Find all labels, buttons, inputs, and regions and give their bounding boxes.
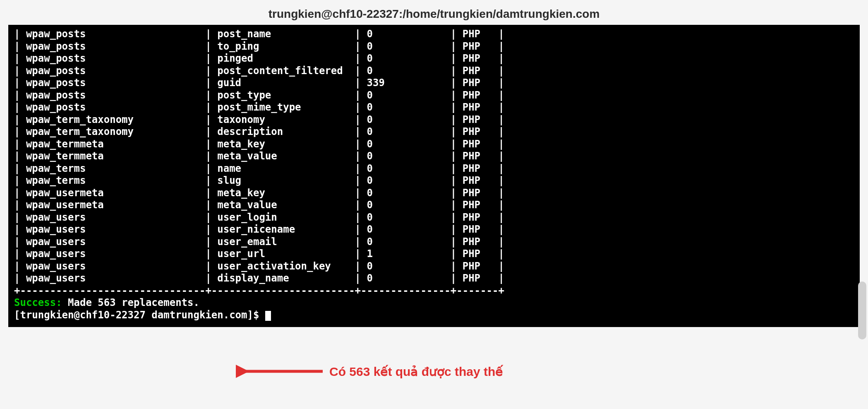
table-row: | wpaw_users | user_url | 1 | PHP | [14,248,854,260]
table-row: | wpaw_termmeta | meta_value | 0 | PHP | [14,150,854,163]
table-row: | wpaw_term_taxonomy | taxonomy | 0 | PH… [14,114,854,126]
table-row: | wpaw_users | user_nicename | 0 | PHP | [14,224,854,236]
cursor-icon [265,311,271,321]
table-row: | wpaw_term_taxonomy | description | 0 |… [14,126,854,138]
table-row: | wpaw_posts | to_ping | 0 | PHP | [14,41,854,53]
table-row: | wpaw_posts | pinged | 0 | PHP | [14,53,854,65]
table-row: | wpaw_terms | name | 0 | PHP | [14,163,854,175]
success-message: Made 563 replacements. [62,297,199,308]
table-row: | wpaw_terms | slug | 0 | PHP | [14,175,854,187]
table-row: | wpaw_users | user_activation_key | 0 |… [14,260,854,273]
table-row: | wpaw_termmeta | meta_key | 0 | PHP | [14,138,854,151]
table-row: | wpaw_posts | post_content_filtered | 0… [14,65,854,77]
table-bottom-border: +-------------------------------+-------… [14,285,854,297]
table-row: | wpaw_users | user_login | 0 | PHP | [14,212,854,224]
table-row: | wpaw_posts | post_name | 0 | PHP | [14,28,854,41]
annotation-text: Có 563 kết quả được thay thế [329,364,503,379]
success-label: Success: [14,297,62,308]
window-title: trungkien@chf10-22327:/home/trungkien/da… [0,0,868,25]
arrow-left-icon [236,362,327,380]
scrollbar-thumb[interactable] [858,281,866,339]
table-row: | wpaw_posts | guid | 339 | PHP | [14,77,854,89]
table-row: | wpaw_posts | post_mime_type | 0 | PHP … [14,101,854,114]
table-row: | wpaw_users | display_name | 0 | PHP | [14,272,854,285]
shell-prompt: [trungkien@chf10-22327 damtrungkien.com]… [14,309,265,321]
table-rows: | wpaw_posts | post_name | 0 | PHP || wp… [14,28,854,285]
prompt-line[interactable]: [trungkien@chf10-22327 damtrungkien.com]… [14,309,854,322]
table-row: | wpaw_usermeta | meta_value | 0 | PHP | [14,199,854,212]
success-line: Success: Made 563 replacements. [14,297,854,309]
table-row: | wpaw_users | user_email | 0 | PHP | [14,236,854,248]
annotation-overlay: Có 563 kết quả được thay thế [236,362,503,380]
terminal-output[interactable]: | wpaw_posts | post_name | 0 | PHP || wp… [8,25,860,327]
table-row: | wpaw_posts | post_type | 0 | PHP | [14,89,854,102]
table-row: | wpaw_usermeta | meta_key | 0 | PHP | [14,187,854,200]
